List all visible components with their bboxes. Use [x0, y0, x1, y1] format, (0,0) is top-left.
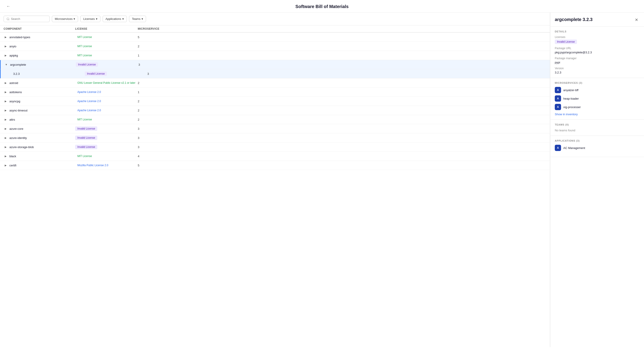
component-name: azure-storage-blob [10, 145, 34, 149]
version-label: Version [555, 67, 640, 70]
licenses-filter-btn[interactable]: Licenses ▾ [80, 16, 100, 22]
microservice-item: A heap-loader [555, 95, 640, 102]
component-name: certifi [10, 164, 16, 167]
table-row[interactable]: ▶ azure-identity Invalid License 3 [0, 133, 550, 143]
expand-btn[interactable]: ▶ [4, 90, 8, 94]
license-cell: Mozilla Public License 2.0 [75, 163, 138, 168]
row-name: ▶ annotated-types [4, 35, 75, 39]
microservice-count: 3 [147, 72, 546, 75]
licenses-label: Licenses [555, 35, 640, 39]
row-name: ▶ certifi [4, 164, 75, 167]
license-cell: Apache License 2.0 [75, 99, 138, 103]
back-button[interactable]: ← [4, 3, 12, 9]
row-name: ▶ azure-core [4, 127, 75, 131]
ms-name-2: heap-loader [563, 97, 579, 100]
col-header-microservice: Microservice [138, 27, 546, 30]
right-panel: argcomplete 3.2.3 ✕ DETAILS Licenses Inv… [550, 12, 644, 347]
microservice-count: 5 [138, 164, 546, 167]
microservice-count: 2 [138, 45, 546, 48]
license-cell: MIT License [75, 44, 138, 48]
license-text: MIT License [75, 35, 94, 39]
license-cell: Invalid License [75, 126, 138, 131]
table-row[interactable]: ▶ asyncpg Apache License 2.0 2 [0, 97, 550, 106]
applications-section-title: APPLICATIONS (3) [555, 139, 640, 142]
license-text: MIT License [75, 117, 94, 122]
microservice-count: 2 [138, 100, 546, 103]
row-name: ▶ async-timeout [4, 109, 75, 112]
table-row[interactable]: ▶ attrs MIT License 2 [0, 115, 550, 124]
show-inventory-link[interactable]: Show in inventory [555, 113, 578, 116]
license-badge: Invalid License [75, 126, 97, 131]
row-name: ▶ azure-identity [4, 136, 75, 140]
microservices-filter-btn[interactable]: Microservices ▾ [52, 16, 78, 22]
table-row[interactable]: ▶ annotated-types MIT License 5 [0, 33, 550, 42]
microservice-count: 3 [138, 136, 546, 140]
ms-avatar-3: A [555, 104, 561, 110]
license-cell: GNU Lesser General Public License v2.1 o… [75, 81, 138, 85]
expand-btn[interactable]: ▶ [4, 109, 8, 112]
ms-avatar-1: A [555, 87, 561, 93]
license-badge: Invalid License [75, 145, 97, 149]
chevron-down-icon: ▾ [122, 17, 124, 20]
search-input-wrapper[interactable] [4, 16, 50, 22]
table-row[interactable]: ▶ apipkg MIT License 1 [0, 51, 550, 60]
expand-btn[interactable]: ▶ [4, 136, 8, 140]
search-input[interactable] [11, 17, 47, 20]
expand-btn[interactable]: ▶ [4, 99, 8, 103]
microservice-item: A anyalzer-bff [555, 87, 640, 93]
table-row[interactable]: ▶ black MIT License 4 [0, 152, 550, 161]
svg-line-1 [9, 19, 10, 20]
table-row[interactable]: ▶ azure-storage-blob Invalid License 3 [0, 143, 550, 152]
applications-filter-btn[interactable]: Applications ▾ [103, 16, 127, 22]
expand-btn[interactable]: ▶ [4, 35, 8, 39]
microservice-count: 3 [138, 63, 546, 66]
row-name: ▶ asttokens [4, 90, 75, 94]
component-name: astroid [10, 81, 18, 85]
license-cell: MIT License [75, 53, 138, 58]
expand-btn[interactable]: ▶ [4, 145, 8, 149]
license-cell: MIT License [75, 154, 138, 158]
component-name: asttokens [10, 90, 22, 94]
license-text: MIT License [75, 154, 94, 158]
microservice-count: 1 [138, 90, 546, 94]
details-section-title: DETAILS [555, 30, 640, 33]
row-name: ▶ astroid [4, 81, 75, 85]
expand-btn[interactable]: ▶ [4, 164, 8, 167]
table-row[interactable]: ▶ asttokens Apache License 2.0 1 [0, 88, 550, 97]
row-name: ▶ apipkg [4, 54, 75, 57]
close-button[interactable]: ✕ [634, 17, 640, 23]
right-panel-header: argcomplete 3.2.3 ✕ [550, 12, 644, 26]
table-row[interactable]: ▶ anyio MIT License 2 [0, 42, 550, 51]
page-title: Software Bill of Materials [0, 4, 644, 9]
table-row[interactable]: 3.2.3 Invalid License 3 [0, 69, 550, 78]
table-row[interactable]: ▶ astroid GNU Lesser General Public Lice… [0, 78, 550, 88]
table-row[interactable]: ▶ certifi Mozilla Public License 2.0 5 [0, 161, 550, 170]
teams-filter-btn[interactable]: Teams ▾ [129, 16, 146, 22]
package-manager-label: Package manager [555, 57, 640, 60]
expand-btn[interactable]: ▶ [4, 54, 8, 57]
row-name: ▶ black [4, 154, 75, 158]
expand-btn[interactable]: ▶ [4, 81, 8, 85]
microservices-section: MICROSERVICES (3) A anyalzer-bff A heap-… [550, 78, 644, 120]
microservice-count: 2 [138, 81, 546, 85]
expand-btn[interactable]: ▼ [4, 63, 8, 66]
component-name: azure-core [10, 127, 23, 131]
license-cell: Invalid License [76, 62, 138, 67]
license-badge: Invalid License [76, 62, 98, 67]
expand-btn[interactable]: ▶ [4, 44, 8, 48]
table-row[interactable]: ▶ async-timeout Apache License 2.0 2 [0, 106, 550, 115]
col-header-license: License [75, 27, 138, 30]
license-badge: Invalid License [85, 71, 107, 76]
chevron-down-icon: ▾ [142, 17, 143, 20]
app-avatar-1: A [555, 145, 561, 151]
detail-panel-title: argcomplete 3.2.3 [555, 17, 592, 22]
expand-btn[interactable]: ▶ [4, 154, 8, 158]
microservices-section-title: MICROSERVICES (3) [555, 82, 640, 84]
expand-btn[interactable]: ▶ [4, 127, 8, 131]
row-name: ▶ anyio [4, 44, 75, 48]
expand-btn[interactable]: ▶ [4, 118, 8, 122]
table-row[interactable]: ▶ azure-core Invalid License 3 [0, 124, 550, 133]
main-layout: Microservices ▾ Licenses ▾ Applications … [0, 12, 644, 347]
table-row[interactable]: ▼ argcomplete Invalid License 3 [0, 60, 550, 69]
component-name: annotated-types [10, 35, 30, 39]
